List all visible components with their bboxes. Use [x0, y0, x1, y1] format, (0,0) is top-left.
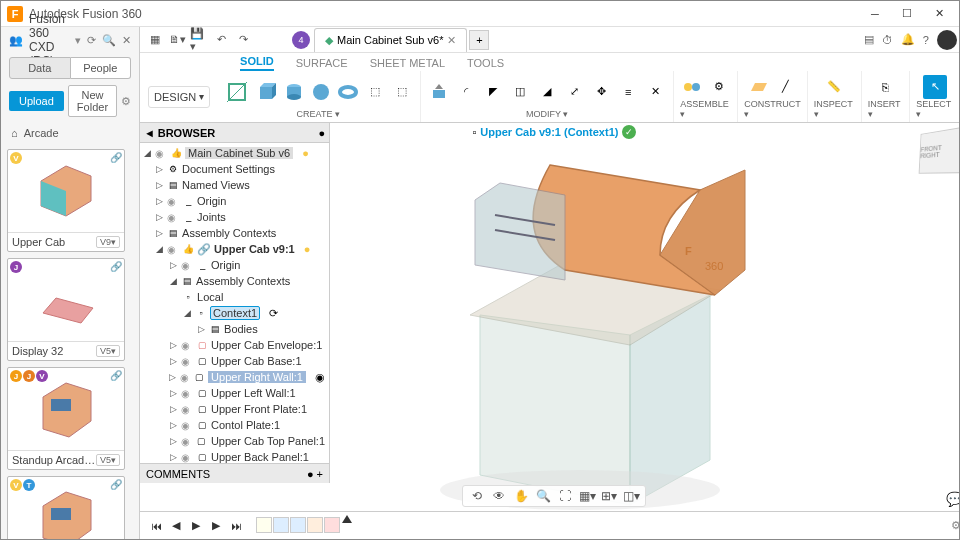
thumb-display32[interactable]: J🔗 Display 32V5▾ — [7, 258, 125, 361]
timeline-feature[interactable] — [273, 517, 289, 533]
breadcrumb[interactable]: Arcade — [24, 127, 59, 139]
grid-icon[interactable]: ▦ — [146, 31, 164, 49]
scale-icon[interactable]: ⤢ — [562, 80, 586, 104]
radio-icon[interactable]: ◉ — [315, 371, 325, 384]
coil-icon[interactable]: ⬚ — [363, 80, 387, 104]
team-icon[interactable]: 👥 — [9, 34, 23, 47]
timeline-play-icon[interactable]: ▶ — [188, 518, 204, 534]
project-dropdown-icon[interactable]: ▾ — [75, 34, 81, 47]
axis-icon[interactable]: ╱ — [774, 75, 798, 99]
select-icon[interactable]: ↖ — [923, 75, 947, 99]
chat-icon[interactable]: 💬 — [946, 491, 960, 507]
comments-opt-icon[interactable]: ● — [307, 468, 314, 480]
asbuilt-icon[interactable]: ⚙ — [707, 75, 731, 99]
lookat-icon[interactable]: 👁 — [491, 488, 507, 504]
chamfer-icon[interactable]: ◤ — [481, 80, 505, 104]
file-icon[interactable]: 🗎▾ — [168, 31, 186, 49]
svg-point-19 — [684, 83, 692, 91]
tab-close-icon[interactable]: ✕ — [447, 34, 456, 47]
timeline-back-icon[interactable]: ◀ — [168, 518, 184, 534]
extensions-icon[interactable]: ▤ — [864, 33, 874, 46]
tab-people[interactable]: People — [71, 57, 132, 79]
svg-marker-21 — [751, 83, 767, 91]
link-icon: 🔗 — [110, 479, 122, 490]
browser-collapse-icon[interactable]: ◄ — [144, 127, 155, 139]
thumb-upper-cab[interactable]: V🔗 Upper CabV9▾ — [7, 149, 125, 252]
zoom-icon[interactable]: 🔍 — [535, 488, 551, 504]
home-icon[interactable]: ⌂ — [11, 127, 18, 139]
browser-panel: ◄ BROWSER● ◢◉👍Main Cabinet Sub v6 ● ▷⚙Do… — [140, 123, 330, 483]
notifications-icon[interactable]: 🔔 — [901, 33, 915, 46]
shell-icon[interactable]: ◫ — [508, 80, 532, 104]
ribbon-tab-surface[interactable]: SURFACE — [296, 55, 348, 71]
timeline-end-icon[interactable]: ⏭ — [228, 518, 244, 534]
redo-icon[interactable]: ↷ — [234, 31, 252, 49]
document-tab[interactable]: ◆ Main Cabinet Sub v6* ✕ — [314, 28, 467, 52]
timeline-feature[interactable] — [307, 517, 323, 533]
timeline-settings-icon[interactable]: ⚙ — [951, 519, 960, 532]
timeline-feature[interactable] — [290, 517, 306, 533]
3d-model[interactable]: F 360 — [350, 135, 810, 515]
timeline-start-icon[interactable]: ⏮ — [148, 518, 164, 534]
viewport-icon[interactable]: ◫▾ — [623, 488, 639, 504]
refresh-icon[interactable]: ⟳ — [87, 34, 96, 47]
user-avatar[interactable] — [937, 30, 957, 50]
job-status-icon[interactable]: ⏱ — [882, 34, 893, 46]
ribbon-tab-tools[interactable]: TOOLS — [467, 55, 504, 71]
measure-icon[interactable]: 📏 — [822, 75, 846, 99]
sketch-icon[interactable] — [222, 77, 252, 107]
new-folder-button[interactable]: New Folder — [68, 85, 117, 117]
plane-icon[interactable] — [747, 75, 771, 99]
doc-user-badge: 4 — [292, 31, 310, 49]
workspace-dropdown[interactable]: DESIGN ▾ — [148, 86, 210, 108]
thumb-main-cabinet[interactable]: VT🔗 Main Cabinet SubV6▾ — [7, 476, 125, 539]
tab-data[interactable]: Data — [9, 57, 71, 79]
sphere-icon[interactable] — [309, 80, 333, 104]
pipe-icon[interactable]: ⬚ — [390, 80, 414, 104]
window-close[interactable]: ✕ — [925, 4, 953, 24]
window-maximize[interactable]: ☐ — [893, 4, 921, 24]
display-icon[interactable]: ▦▾ — [579, 488, 595, 504]
visibility-icon[interactable]: ◉ — [155, 148, 167, 159]
sync-icon[interactable]: ⟳ — [269, 307, 278, 320]
move-icon[interactable]: ✥ — [589, 80, 613, 104]
viewcube[interactable]: FRONT RIGHT — [918, 127, 960, 173]
thumb-standup[interactable]: JJV🔗 Standup Arcade ...V5▾ — [7, 367, 125, 470]
svg-text:F: F — [685, 245, 692, 257]
draft-icon[interactable]: ◢ — [535, 80, 559, 104]
upload-button[interactable]: Upload — [9, 91, 64, 111]
window-minimize[interactable]: ─ — [861, 4, 889, 24]
fit-icon[interactable]: ⛶ — [557, 488, 573, 504]
align-icon[interactable]: ≡ — [616, 80, 640, 104]
pan-icon[interactable]: ✋ — [513, 488, 529, 504]
expand-icon[interactable]: ◢ — [142, 148, 152, 158]
new-tab-button[interactable]: + — [469, 30, 489, 50]
insert-icon[interactable]: ⎘ — [874, 75, 898, 99]
timeline-fwd-icon[interactable]: ▶ — [208, 518, 224, 534]
orbit-icon[interactable]: ⟲ — [469, 488, 485, 504]
delete-icon[interactable]: ✕ — [643, 80, 667, 104]
ribbon-tab-solid[interactable]: SOLID — [240, 53, 274, 71]
fillet-icon[interactable]: ◜ — [454, 80, 478, 104]
search-icon[interactable]: 🔍 — [102, 34, 116, 47]
joint-icon[interactable] — [680, 75, 704, 99]
box-icon[interactable] — [255, 80, 279, 104]
help-icon[interactable]: ? — [923, 34, 929, 46]
timeline-marker[interactable] — [342, 515, 352, 523]
browser-opt-icon[interactable]: ● — [318, 127, 325, 139]
comments-add-icon[interactable]: + — [314, 468, 323, 480]
finish-edit-icon[interactable]: ✓ — [622, 125, 636, 139]
panel-settings-icon[interactable]: ⚙ — [121, 95, 131, 108]
svg-marker-28 — [475, 183, 565, 280]
panel-close-icon[interactable]: ✕ — [122, 34, 131, 47]
app-logo: F — [7, 6, 23, 22]
cylinder-icon[interactable] — [282, 80, 306, 104]
timeline-feature[interactable] — [256, 517, 272, 533]
grid-settings-icon[interactable]: ⊞▾ — [601, 488, 617, 504]
ribbon-tab-sheetmetal[interactable]: SHEET METAL — [370, 55, 445, 71]
timeline-feature[interactable] — [324, 517, 340, 533]
undo-icon[interactable]: ↶ — [212, 31, 230, 49]
presspull-icon[interactable] — [427, 80, 451, 104]
torus-icon[interactable] — [336, 80, 360, 104]
save-icon[interactable]: 💾▾ — [190, 31, 208, 49]
